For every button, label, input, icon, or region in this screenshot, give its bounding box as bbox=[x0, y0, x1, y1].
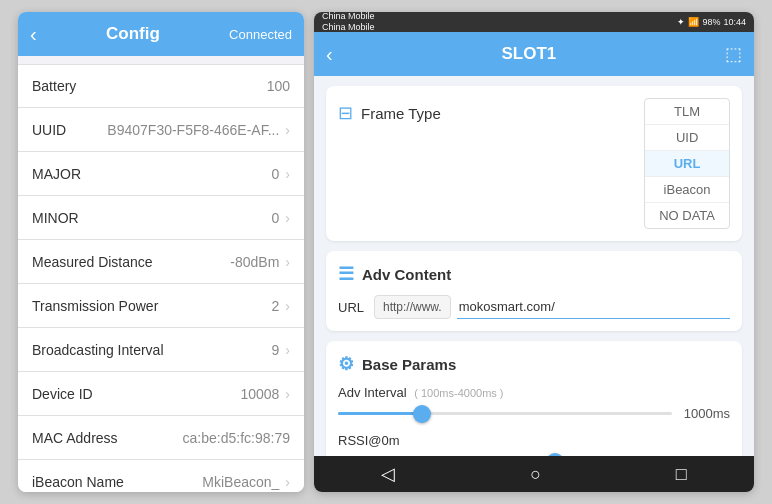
base-params-card: ⚙ Base Params Adv Interval ( 100ms-4000m… bbox=[326, 341, 742, 456]
item-label: Transmission Power bbox=[32, 298, 158, 314]
list-item[interactable]: Broadcasting Interval 9 › bbox=[18, 328, 304, 372]
adv-interval-thumb[interactable] bbox=[413, 405, 431, 423]
item-value: 0 › bbox=[272, 166, 290, 182]
url-prefix: http://www. bbox=[374, 295, 451, 319]
frame-type-container: ⊟ Frame Type TLM UID URL iBeacon NO DATA bbox=[338, 98, 730, 229]
chevron-icon: › bbox=[285, 342, 290, 358]
item-label: MAJOR bbox=[32, 166, 81, 182]
frame-option-uid[interactable]: UID bbox=[645, 125, 729, 151]
frame-type-label: ⊟ Frame Type bbox=[338, 98, 441, 124]
list-item[interactable]: MAJOR 0 › bbox=[18, 152, 304, 196]
left-body: Battery 100 UUID B9407F30-F5F8-466E-AF..… bbox=[18, 56, 304, 492]
frame-option-nodata[interactable]: NO DATA bbox=[645, 203, 729, 228]
base-params-title: ⚙ Base Params bbox=[338, 353, 730, 375]
list-item[interactable]: UUID B9407F30-F5F8-466E-AF... › bbox=[18, 108, 304, 152]
nav-home-button[interactable]: ○ bbox=[530, 464, 541, 485]
right-title: SLOT1 bbox=[501, 44, 556, 64]
item-label: MINOR bbox=[32, 210, 79, 226]
adv-interval-fill bbox=[338, 412, 422, 415]
chevron-icon: › bbox=[285, 122, 290, 138]
url-input[interactable] bbox=[457, 295, 730, 319]
chevron-icon: › bbox=[285, 474, 290, 490]
item-value: 9 › bbox=[272, 342, 290, 358]
chevron-icon: › bbox=[285, 298, 290, 314]
frame-type-card: ⊟ Frame Type TLM UID URL iBeacon NO DATA bbox=[326, 86, 742, 241]
chevron-icon: › bbox=[285, 254, 290, 270]
status-icons: ✦ 📶 98% 10:44 bbox=[677, 17, 746, 27]
frame-option-ibeacon[interactable]: iBeacon bbox=[645, 177, 729, 203]
right-body: ⊟ Frame Type TLM UID URL iBeacon NO DATA… bbox=[314, 76, 754, 456]
item-label: iBeacon Name bbox=[32, 474, 124, 490]
rssi-thumb[interactable] bbox=[546, 453, 564, 457]
nav-back-button[interactable]: ◁ bbox=[381, 463, 395, 485]
item-value: 2 › bbox=[272, 298, 290, 314]
carrier-text: China Mobile China Mobile bbox=[322, 12, 375, 33]
item-value: -80dBm › bbox=[230, 254, 290, 270]
item-label: MAC Address bbox=[32, 430, 118, 446]
list-item[interactable]: Device ID 10008 › bbox=[18, 372, 304, 416]
frame-type-options: TLM UID URL iBeacon NO DATA bbox=[644, 98, 730, 229]
item-value: 100 bbox=[267, 78, 290, 94]
list-item[interactable]: MINOR 0 › bbox=[18, 196, 304, 240]
list-item[interactable]: Transmission Power 2 › bbox=[18, 284, 304, 328]
left-title: Config bbox=[106, 24, 160, 44]
frame-option-url[interactable]: URL bbox=[645, 151, 729, 177]
adv-interval-label: Adv Interval ( 100ms-4000ms ) bbox=[338, 385, 730, 400]
right-back-icon[interactable]: ‹ bbox=[326, 43, 333, 66]
item-label: Measured Distance bbox=[32, 254, 153, 270]
base-params-icon: ⚙ bbox=[338, 353, 354, 375]
nav-bar: ◁ ○ □ bbox=[314, 456, 754, 492]
adv-content-icon: ☰ bbox=[338, 263, 354, 285]
item-value: 0 › bbox=[272, 210, 290, 226]
left-header: ‹ Config Connected bbox=[18, 12, 304, 56]
item-value: 10008 › bbox=[240, 386, 290, 402]
url-row: URL http://www. bbox=[338, 295, 730, 319]
item-label: Device ID bbox=[32, 386, 93, 402]
item-label: Broadcasting Interval bbox=[32, 342, 164, 358]
list-item[interactable]: MAC Address ca:be:d5:fc:98:79 bbox=[18, 416, 304, 460]
frame-type-icon: ⊟ bbox=[338, 102, 353, 124]
url-label: URL bbox=[338, 300, 368, 315]
time-display: 10:44 bbox=[723, 17, 746, 27]
save-icon[interactable]: ⬚ bbox=[725, 43, 742, 65]
chevron-icon: › bbox=[285, 386, 290, 402]
list-item[interactable]: Measured Distance -80dBm › bbox=[18, 240, 304, 284]
right-panel: China Mobile China Mobile ✦ 📶 98% 10:44 … bbox=[314, 12, 754, 492]
adv-interval-slider-row: 1000ms bbox=[338, 406, 730, 421]
left-connected-status: Connected bbox=[229, 27, 292, 42]
item-label: Battery bbox=[32, 78, 76, 94]
adv-interval-value: 1000ms bbox=[680, 406, 730, 421]
left-back-icon[interactable]: ‹ bbox=[30, 23, 37, 46]
battery-icon: 98% bbox=[702, 17, 720, 27]
item-value: ca:be:d5:fc:98:79 bbox=[183, 430, 290, 446]
adv-interval-track[interactable] bbox=[338, 412, 672, 415]
item-label: UUID bbox=[32, 122, 66, 138]
list-item[interactable]: Battery 100 bbox=[18, 64, 304, 108]
adv-content-title: ☰ Adv Content bbox=[338, 263, 730, 285]
adv-content-card: ☰ Adv Content URL http://www. bbox=[326, 251, 742, 331]
bluetooth-icon: ✦ bbox=[677, 17, 685, 27]
item-value: MkiBeacon_ › bbox=[202, 474, 290, 490]
left-panel: ‹ Config Connected Battery 100 UUID B940… bbox=[18, 12, 304, 492]
chevron-icon: › bbox=[285, 166, 290, 182]
list-item[interactable]: iBeacon Name MkiBeacon_ › bbox=[18, 460, 304, 492]
wifi-icon: 📶 bbox=[688, 17, 699, 27]
nav-recent-button[interactable]: □ bbox=[676, 464, 687, 485]
rssi-label: RSSI@0m bbox=[338, 433, 730, 448]
right-header: ‹ SLOT1 ⬚ bbox=[314, 32, 754, 76]
status-bar: China Mobile China Mobile ✦ 📶 98% 10:44 bbox=[314, 12, 754, 32]
chevron-icon: › bbox=[285, 210, 290, 226]
item-value: B9407F30-F5F8-466E-AF... › bbox=[107, 122, 290, 138]
frame-option-tlm[interactable]: TLM bbox=[645, 99, 729, 125]
